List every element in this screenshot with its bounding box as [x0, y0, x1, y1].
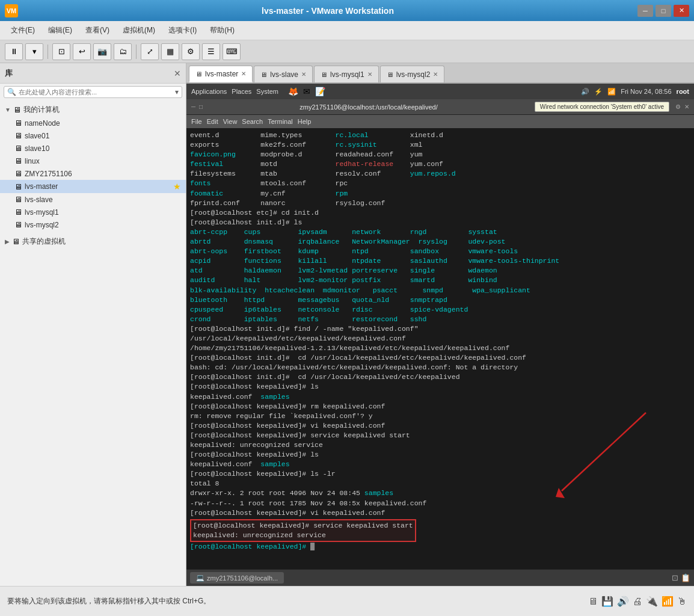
toolbar-settings[interactable]: ⚙	[182, 43, 200, 60]
term-line: abrt-oops firstboot kdump ntpd sandbox v…	[190, 247, 690, 256]
clock: Fri Nov 24, 08:56	[621, 88, 671, 95]
term-menu-terminal[interactable]: Terminal	[268, 118, 293, 125]
terminal-body[interactable]: event.d mime.types rc.local xinetd.d exp…	[186, 128, 694, 569]
search-input[interactable]	[19, 88, 175, 96]
term-menu-search[interactable]: Search	[242, 118, 263, 125]
toolbar-prefs[interactable]: ☰	[202, 43, 220, 60]
term-line: [root@localhost init.d]# cd /usr/local/k…	[190, 372, 690, 382]
terminal-menu-bar: File Edit View Search Terminal Help	[186, 115, 694, 128]
expand-icon: ▼	[5, 106, 11, 113]
menu-vm[interactable]: 虚拟机(M)	[117, 23, 161, 38]
maximize-button[interactable]: □	[656, 5, 671, 17]
tree-item-lvs-mysql1[interactable]: 🖥 lvs-mysql1	[0, 206, 186, 218]
tree-item-slave01[interactable]: 🖥 slave01	[0, 129, 186, 142]
terminal-right-icons: ⊡ 📋	[672, 573, 690, 582]
term-menu-file[interactable]: File	[191, 118, 202, 125]
terminal-tab-icon: 💻	[196, 574, 204, 582]
bluetooth-icon[interactable]: ⚡	[594, 88, 603, 96]
terminal-title: zmy21751106@localhost:/usr/local/keepali…	[206, 103, 531, 111]
vm-tree: ▼ 🖥 我的计算机 🖥 nameNode 🖥 slave01 🖥 slave10…	[0, 100, 186, 586]
tree-item-zmy[interactable]: 🖥 ZMY21751106	[0, 167, 186, 180]
toolbar-snapshot-take[interactable]: 📷	[93, 43, 111, 60]
terminal-title-bar: ─ □ zmy21751106@localhost:/usr/local/kee…	[186, 99, 694, 115]
status-icon-1[interactable]: 🖥	[588, 596, 598, 607]
menu-tabs[interactable]: 选项卡(I)	[162, 23, 203, 38]
menu-edit[interactable]: 编辑(E)	[42, 23, 78, 38]
tab-lvs-master[interactable]: 🖥 lvs-master ✕	[189, 66, 253, 82]
sidebar-close-button[interactable]: ✕	[174, 69, 181, 78]
status-icon-7[interactable]: 🖱	[677, 596, 687, 607]
terminal-settings-icon[interactable]: ⚙	[675, 103, 681, 110]
guest-menu-system[interactable]: System	[256, 88, 278, 95]
tab-lvs-slave[interactable]: 🖥 lvs-slave ✕	[254, 66, 313, 82]
term-menu-help[interactable]: Help	[298, 118, 312, 125]
search-dropdown-icon[interactable]: ▾	[175, 88, 179, 96]
tab-close-button[interactable]: ✕	[367, 71, 372, 78]
term-line-highlighted-2: keepalived: unrecognized service	[193, 531, 413, 540]
term-line: [root@localhost keepalived]# vi keepaliv…	[190, 421, 690, 431]
status-icon-4[interactable]: 🖨	[633, 596, 642, 607]
terminal-tab[interactable]: 💻 zmy21751106@localh...	[190, 572, 284, 584]
term-line: keepalived.conf samples	[190, 392, 690, 402]
menu-help[interactable]: 帮助(H)	[204, 23, 241, 38]
close-button[interactable]: ✕	[674, 5, 689, 17]
status-icon-3[interactable]: 🔊	[617, 596, 629, 607]
tab-close-button[interactable]: ✕	[241, 70, 246, 77]
term-line: favicon.png modprobe.d readahead.conf yu…	[190, 150, 690, 159]
term-line: keepalived: unrecognized service	[190, 440, 690, 450]
vm-icon: 🖥	[14, 156, 22, 165]
menu-bar: 文件(E) 编辑(E) 查看(V) 虚拟机(M) 选项卡(I) 帮助(H)	[0, 21, 694, 40]
terminal-icon-1[interactable]: ⊡	[672, 573, 678, 582]
search-box[interactable]: 🔍 ▾	[4, 86, 182, 98]
tab-lvs-mysql2[interactable]: 🖥 lvs-mysql2 ✕	[380, 66, 445, 82]
guest-menu-applications[interactable]: Applications	[191, 88, 227, 95]
toolbar-send-ctrl-alt-del[interactable]: ⌨	[223, 43, 241, 60]
tree-item-slave10[interactable]: 🖥 slave10	[0, 142, 186, 155]
menu-file[interactable]: 文件(E)	[5, 23, 41, 38]
minimize-button[interactable]: ─	[637, 5, 653, 17]
term-menu-view[interactable]: View	[223, 118, 238, 125]
terminal-close-icon[interactable]: ✕	[684, 103, 689, 110]
network-icon[interactable]: 📶	[607, 88, 616, 96]
window-controls: ─ □ ✕	[637, 5, 689, 17]
tree-item-lvs-master[interactable]: 🖥 lvs-master ★	[0, 180, 186, 193]
tree-item-lvs-mysql2[interactable]: 🖥 lvs-mysql2	[0, 218, 186, 231]
tree-item-linux[interactable]: 🖥 linux	[0, 155, 186, 167]
terminal-icon-2[interactable]: 📋	[681, 573, 690, 582]
tab-close-button[interactable]: ✕	[301, 71, 306, 78]
terminal-maximize[interactable]: □	[199, 103, 203, 110]
toolbar-unity[interactable]: ▦	[161, 43, 179, 60]
title-bar: VM lvs-master - VMware Workstation ─ □ ✕	[0, 0, 694, 21]
edit-icon[interactable]: 📝	[315, 87, 325, 96]
browser-icon[interactable]: 🦊	[288, 87, 298, 96]
toolbar-pause[interactable]: ⏸	[5, 43, 23, 60]
tree-label: lvs-slave	[25, 196, 53, 204]
toolbar-dropdown[interactable]: ▾	[25, 43, 43, 60]
term-line: drwxr-xr-x. 2 root root 4096 Nov 24 08:4…	[190, 488, 690, 498]
terminal-minimize[interactable]: ─	[191, 103, 195, 110]
term-line-highlighted-1: [root@localhost keepalived]# service kee…	[193, 521, 413, 531]
tree-item-lvs-slave[interactable]: 🖥 lvs-slave	[0, 193, 186, 206]
tab-vm-icon: 🖥	[321, 71, 327, 78]
status-icon-6[interactable]: 📶	[662, 596, 674, 607]
sound-icon[interactable]: 🔊	[581, 88, 589, 96]
toolbar-snapshot-revert[interactable]: ↩	[73, 43, 91, 60]
toolbar-snapshot-manage[interactable]: 🗂	[114, 43, 132, 60]
term-line: total 8	[190, 479, 690, 488]
status-icon-5[interactable]: 🔌	[646, 596, 658, 607]
tab-close-button[interactable]: ✕	[433, 71, 438, 78]
search-icon: 🔍	[7, 88, 16, 96]
menu-view[interactable]: 查看(V)	[79, 23, 115, 38]
tab-vm-icon: 🖥	[195, 70, 202, 78]
term-menu-edit[interactable]: Edit	[207, 118, 218, 125]
vm-icon: 🖥	[14, 169, 22, 178]
status-icon-2[interactable]: 💾	[601, 596, 613, 607]
toolbar-screenshot[interactable]: ⊡	[52, 43, 70, 60]
toolbar-fullscreen[interactable]: ⤢	[141, 43, 159, 60]
email-icon[interactable]: ✉	[303, 87, 310, 96]
guest-menu-places[interactable]: Places	[232, 88, 251, 95]
tree-item-my-computer[interactable]: ▼ 🖥 我的计算机	[0, 103, 186, 117]
tab-lvs-mysql1[interactable]: 🖥 lvs-mysql1 ✕	[314, 66, 379, 82]
tree-item-shared-vms[interactable]: ▶ 🖥 共享的虚拟机	[0, 235, 186, 248]
tree-item-namenode[interactable]: 🖥 nameNode	[0, 117, 186, 129]
